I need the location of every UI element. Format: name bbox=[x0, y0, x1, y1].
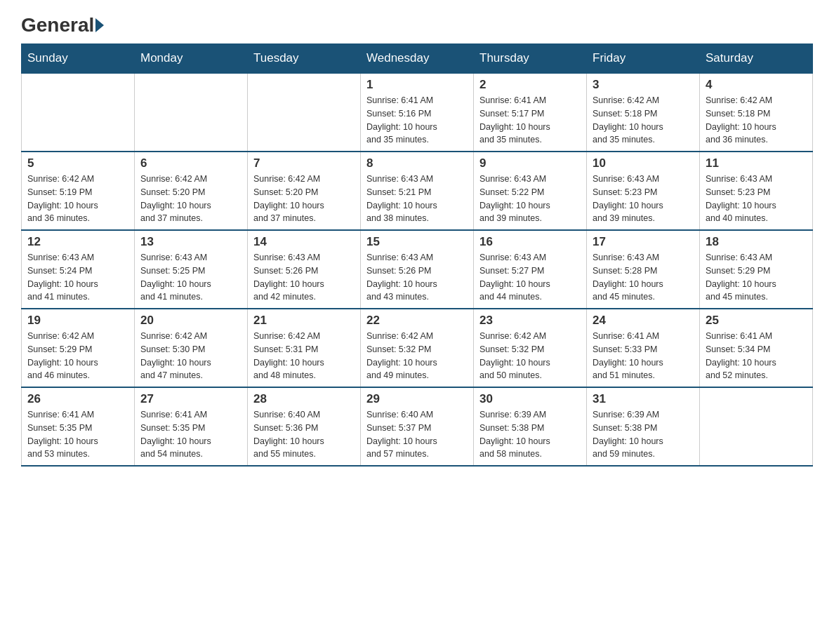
calendar-cell: 17Sunrise: 6:43 AM Sunset: 5:28 PM Dayli… bbox=[587, 230, 700, 309]
calendar-table: SundayMondayTuesdayWednesdayThursdayFrid… bbox=[21, 43, 813, 467]
calendar-cell: 22Sunrise: 6:42 AM Sunset: 5:32 PM Dayli… bbox=[361, 309, 474, 387]
day-number: 22 bbox=[366, 314, 468, 328]
day-info: Sunrise: 6:39 AM Sunset: 5:38 PM Dayligh… bbox=[593, 408, 694, 461]
day-info: Sunrise: 6:42 AM Sunset: 5:18 PM Dayligh… bbox=[593, 94, 694, 147]
day-info: Sunrise: 6:41 AM Sunset: 5:34 PM Dayligh… bbox=[706, 330, 807, 382]
calendar-cell bbox=[22, 73, 135, 152]
day-info: Sunrise: 6:42 AM Sunset: 5:30 PM Dayligh… bbox=[140, 330, 241, 382]
day-number: 30 bbox=[479, 392, 581, 406]
calendar-cell: 6Sunrise: 6:42 AM Sunset: 5:20 PM Daylig… bbox=[135, 152, 248, 230]
day-number: 7 bbox=[253, 156, 355, 170]
weekday-header-sunday: Sunday bbox=[22, 44, 135, 74]
calendar-week-row: 5Sunrise: 6:42 AM Sunset: 5:19 PM Daylig… bbox=[22, 152, 813, 230]
calendar-cell: 28Sunrise: 6:40 AM Sunset: 5:36 PM Dayli… bbox=[248, 387, 361, 466]
day-info: Sunrise: 6:42 AM Sunset: 5:32 PM Dayligh… bbox=[479, 330, 581, 382]
day-number: 20 bbox=[140, 314, 241, 328]
day-number: 25 bbox=[706, 314, 807, 328]
calendar-cell: 10Sunrise: 6:43 AM Sunset: 5:23 PM Dayli… bbox=[587, 152, 700, 230]
calendar-cell: 26Sunrise: 6:41 AM Sunset: 5:35 PM Dayli… bbox=[22, 387, 135, 466]
calendar-week-row: 19Sunrise: 6:42 AM Sunset: 5:29 PM Dayli… bbox=[22, 309, 813, 387]
day-number: 2 bbox=[479, 78, 581, 92]
day-info: Sunrise: 6:43 AM Sunset: 5:27 PM Dayligh… bbox=[479, 251, 581, 304]
day-info: Sunrise: 6:43 AM Sunset: 5:23 PM Dayligh… bbox=[593, 173, 694, 225]
day-number: 8 bbox=[366, 156, 468, 170]
day-info: Sunrise: 6:43 AM Sunset: 5:23 PM Dayligh… bbox=[706, 173, 807, 225]
calendar-cell: 29Sunrise: 6:40 AM Sunset: 5:37 PM Dayli… bbox=[361, 387, 474, 466]
day-number: 19 bbox=[27, 314, 128, 328]
calendar-cell bbox=[248, 73, 361, 152]
calendar-cell: 8Sunrise: 6:43 AM Sunset: 5:21 PM Daylig… bbox=[361, 152, 474, 230]
day-number: 24 bbox=[593, 314, 694, 328]
day-info: Sunrise: 6:43 AM Sunset: 5:21 PM Dayligh… bbox=[366, 173, 468, 225]
calendar-cell: 31Sunrise: 6:39 AM Sunset: 5:38 PM Dayli… bbox=[587, 387, 700, 466]
calendar-cell bbox=[700, 387, 813, 466]
calendar-cell: 21Sunrise: 6:42 AM Sunset: 5:31 PM Dayli… bbox=[248, 309, 361, 387]
day-number: 13 bbox=[140, 235, 241, 249]
day-number: 16 bbox=[479, 235, 581, 249]
calendar-week-row: 26Sunrise: 6:41 AM Sunset: 5:35 PM Dayli… bbox=[22, 387, 813, 466]
day-number: 12 bbox=[27, 235, 128, 249]
day-number: 4 bbox=[706, 78, 807, 92]
day-number: 17 bbox=[593, 235, 694, 249]
calendar-cell: 11Sunrise: 6:43 AM Sunset: 5:23 PM Dayli… bbox=[700, 152, 813, 230]
day-number: 21 bbox=[253, 314, 355, 328]
day-info: Sunrise: 6:42 AM Sunset: 5:32 PM Dayligh… bbox=[366, 330, 468, 382]
day-number: 14 bbox=[253, 235, 355, 249]
day-number: 23 bbox=[479, 314, 581, 328]
calendar-cell: 16Sunrise: 6:43 AM Sunset: 5:27 PM Dayli… bbox=[474, 230, 587, 309]
day-info: Sunrise: 6:42 AM Sunset: 5:29 PM Dayligh… bbox=[27, 330, 128, 382]
calendar-cell: 7Sunrise: 6:42 AM Sunset: 5:20 PM Daylig… bbox=[248, 152, 361, 230]
day-info: Sunrise: 6:41 AM Sunset: 5:35 PM Dayligh… bbox=[27, 408, 128, 461]
calendar-cell: 14Sunrise: 6:43 AM Sunset: 5:26 PM Dayli… bbox=[248, 230, 361, 309]
day-info: Sunrise: 6:42 AM Sunset: 5:20 PM Dayligh… bbox=[253, 173, 355, 225]
day-info: Sunrise: 6:43 AM Sunset: 5:25 PM Dayligh… bbox=[140, 251, 241, 304]
logo-arrow-icon bbox=[95, 18, 104, 32]
day-number: 1 bbox=[366, 78, 468, 92]
calendar-cell: 20Sunrise: 6:42 AM Sunset: 5:30 PM Dayli… bbox=[135, 309, 248, 387]
calendar-cell: 24Sunrise: 6:41 AM Sunset: 5:33 PM Dayli… bbox=[587, 309, 700, 387]
day-number: 26 bbox=[27, 392, 128, 406]
day-number: 5 bbox=[27, 156, 128, 170]
calendar-cell bbox=[135, 73, 248, 152]
calendar-cell: 2Sunrise: 6:41 AM Sunset: 5:17 PM Daylig… bbox=[474, 73, 587, 152]
calendar-cell: 27Sunrise: 6:41 AM Sunset: 5:35 PM Dayli… bbox=[135, 387, 248, 466]
calendar-week-row: 12Sunrise: 6:43 AM Sunset: 5:24 PM Dayli… bbox=[22, 230, 813, 309]
weekday-header-monday: Monday bbox=[135, 44, 248, 74]
calendar-cell: 1Sunrise: 6:41 AM Sunset: 5:16 PM Daylig… bbox=[361, 73, 474, 152]
calendar-cell: 4Sunrise: 6:42 AM Sunset: 5:18 PM Daylig… bbox=[700, 73, 813, 152]
calendar-cell: 25Sunrise: 6:41 AM Sunset: 5:34 PM Dayli… bbox=[700, 309, 813, 387]
day-number: 6 bbox=[140, 156, 241, 170]
calendar-cell: 23Sunrise: 6:42 AM Sunset: 5:32 PM Dayli… bbox=[474, 309, 587, 387]
day-number: 28 bbox=[253, 392, 355, 406]
day-number: 29 bbox=[366, 392, 468, 406]
calendar-cell: 19Sunrise: 6:42 AM Sunset: 5:29 PM Dayli… bbox=[22, 309, 135, 387]
day-info: Sunrise: 6:41 AM Sunset: 5:33 PM Dayligh… bbox=[593, 330, 694, 382]
day-info: Sunrise: 6:42 AM Sunset: 5:20 PM Dayligh… bbox=[140, 173, 241, 225]
calendar-cell: 30Sunrise: 6:39 AM Sunset: 5:38 PM Dayli… bbox=[474, 387, 587, 466]
day-info: Sunrise: 6:43 AM Sunset: 5:26 PM Dayligh… bbox=[366, 251, 468, 304]
calendar-week-row: 1Sunrise: 6:41 AM Sunset: 5:16 PM Daylig… bbox=[22, 73, 813, 152]
day-info: Sunrise: 6:42 AM Sunset: 5:31 PM Dayligh… bbox=[253, 330, 355, 382]
day-info: Sunrise: 6:40 AM Sunset: 5:36 PM Dayligh… bbox=[253, 408, 355, 461]
day-info: Sunrise: 6:42 AM Sunset: 5:19 PM Dayligh… bbox=[27, 173, 128, 225]
day-info: Sunrise: 6:43 AM Sunset: 5:26 PM Dayligh… bbox=[253, 251, 355, 304]
day-number: 27 bbox=[140, 392, 241, 406]
calendar-header-row: SundayMondayTuesdayWednesdayThursdayFrid… bbox=[22, 44, 813, 74]
calendar-cell: 18Sunrise: 6:43 AM Sunset: 5:29 PM Dayli… bbox=[700, 230, 813, 309]
day-info: Sunrise: 6:43 AM Sunset: 5:29 PM Dayligh… bbox=[706, 251, 807, 304]
calendar-cell: 12Sunrise: 6:43 AM Sunset: 5:24 PM Dayli… bbox=[22, 230, 135, 309]
day-number: 18 bbox=[706, 235, 807, 249]
logo-general-text: General bbox=[21, 14, 94, 36]
day-number: 9 bbox=[479, 156, 581, 170]
page-header: General bbox=[21, 14, 813, 36]
weekday-header-wednesday: Wednesday bbox=[361, 44, 474, 74]
calendar-cell: 15Sunrise: 6:43 AM Sunset: 5:26 PM Dayli… bbox=[361, 230, 474, 309]
day-info: Sunrise: 6:41 AM Sunset: 5:17 PM Dayligh… bbox=[479, 94, 581, 147]
logo: General bbox=[21, 14, 105, 36]
day-info: Sunrise: 6:43 AM Sunset: 5:22 PM Dayligh… bbox=[479, 173, 581, 225]
day-info: Sunrise: 6:41 AM Sunset: 5:35 PM Dayligh… bbox=[140, 408, 241, 461]
day-number: 11 bbox=[706, 156, 807, 170]
day-info: Sunrise: 6:39 AM Sunset: 5:38 PM Dayligh… bbox=[479, 408, 581, 461]
day-info: Sunrise: 6:43 AM Sunset: 5:24 PM Dayligh… bbox=[27, 251, 128, 304]
calendar-cell: 9Sunrise: 6:43 AM Sunset: 5:22 PM Daylig… bbox=[474, 152, 587, 230]
